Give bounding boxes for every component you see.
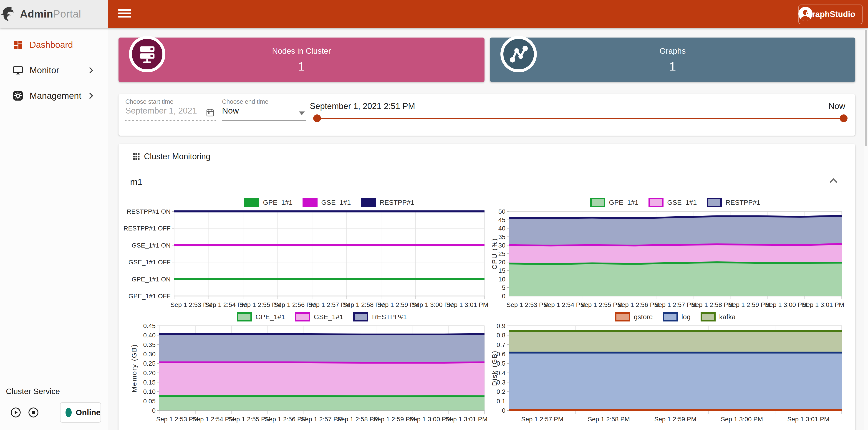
legend-item[interactable]: GSE_1#1 [303, 198, 351, 207]
start-time-label: Choose start time [125, 98, 174, 105]
chart-legend: GPE_1#1GSE_1#1RESTPP#1 [509, 197, 842, 208]
svg-text:GPE_1#1 OFF: GPE_1#1 OFF [128, 293, 170, 300]
slider-handle-end[interactable] [840, 115, 847, 122]
chart-legend: GPE_1#1GSE_1#1RESTPP#1 [159, 311, 485, 322]
chevron-right-icon [87, 91, 95, 100]
svg-text:0.40: 0.40 [143, 332, 156, 339]
svg-text:0: 0 [502, 407, 505, 414]
legend-item[interactable]: GSE_1#1 [295, 312, 343, 321]
svg-text:0.05: 0.05 [143, 398, 156, 405]
legend-swatch [361, 198, 376, 207]
svg-text:Sep 1 2:56 PM: Sep 1 2:56 PM [617, 301, 659, 308]
legend-item[interactable]: RESTPP#1 [353, 312, 407, 321]
svg-text:Sep 1 2:59 PM: Sep 1 2:59 PM [373, 416, 415, 423]
legend-swatch [353, 312, 368, 321]
collapse-chevron-up-icon[interactable] [828, 175, 839, 187]
svg-text:Sep 1 2:59 PM: Sep 1 2:59 PM [654, 416, 696, 423]
graphstudio-button[interactable]: GraphStudio [798, 5, 863, 24]
end-field-underline [222, 120, 306, 121]
sidebar: Dashboard Monitor [0, 28, 108, 430]
scrollbar-thumb[interactable] [865, 30, 867, 146]
svg-text:0.2: 0.2 [497, 388, 505, 395]
sidebar-item-management[interactable]: Management [0, 85, 108, 106]
svg-text:0: 0 [152, 407, 156, 414]
svg-text:0.15: 0.15 [143, 379, 156, 386]
legend-swatch [649, 198, 663, 207]
legend-item[interactable]: GSE_1#1 [649, 198, 697, 207]
svg-text:0.1: 0.1 [497, 398, 505, 405]
legend-label: GPE_1#1 [609, 198, 639, 206]
end-time-select[interactable]: Now [222, 106, 239, 116]
svg-text:0.35: 0.35 [143, 341, 156, 348]
monitor-icon [13, 65, 23, 75]
svg-text:0.25: 0.25 [143, 360, 156, 367]
svg-text:Sep 1 3:00 PM: Sep 1 3:00 PM [409, 416, 451, 423]
legend-label: GSE_1#1 [314, 313, 343, 321]
svg-text:RESTPP#1 OFF: RESTPP#1 OFF [124, 225, 170, 232]
svg-text:Sep 1 2:57 PM: Sep 1 2:57 PM [521, 416, 563, 423]
svg-text:Sep 1 2:58 PM: Sep 1 2:58 PM [691, 301, 733, 308]
legend-swatch [707, 198, 722, 207]
svg-text:0: 0 [502, 293, 505, 300]
legend-label: GPE_1#1 [255, 313, 285, 321]
legend-item[interactable]: log [663, 312, 690, 321]
legend-item[interactable]: RESTPP#1 [707, 198, 760, 207]
cpu-chart: GPE_1#1GSE_1#1RESTPP#1504540353025201510… [491, 197, 864, 313]
menu-icon[interactable] [118, 9, 131, 19]
card-title: Graphs [660, 47, 686, 56]
dashboard-icon [13, 39, 23, 50]
time-range-slider[interactable] [315, 118, 845, 119]
stop-service-button[interactable] [28, 407, 39, 418]
svg-text:GSE_1#1 ON: GSE_1#1 ON [132, 242, 170, 249]
svg-text:45: 45 [498, 216, 505, 223]
node-name-label: m1 [130, 177, 143, 187]
legend-item[interactable]: GPE_1#1 [244, 198, 292, 207]
server-stack-icon [137, 44, 157, 64]
disk-chart: gstorelogkafka0.90.80.70.60.50.40.30.20.… [491, 311, 864, 428]
svg-text:Sep 1 2:59 PM: Sep 1 2:59 PM [728, 301, 770, 308]
sidebar-item-monitor[interactable]: Monitor [0, 60, 108, 81]
start-service-button[interactable] [10, 407, 21, 418]
card-value: 1 [669, 59, 676, 73]
sidebar-item-dashboard[interactable]: Dashboard [0, 34, 108, 55]
calendar-icon[interactable] [206, 108, 215, 118]
graphs-badge [500, 36, 537, 72]
top-app-bar: AdminPortal GraphStudio [0, 0, 868, 28]
svg-text:0.9: 0.9 [497, 324, 505, 330]
svg-text:GSE_1#1 OFF: GSE_1#1 OFF [128, 259, 170, 266]
svg-text:5: 5 [502, 284, 505, 291]
legend-label: RESTPP#1 [725, 198, 760, 206]
svg-text:0.10: 0.10 [143, 388, 156, 395]
svg-text:10: 10 [498, 276, 505, 283]
legend-item[interactable]: gstore [615, 312, 653, 321]
svg-text:0.30: 0.30 [143, 350, 156, 358]
legend-item[interactable]: GPE_1#1 [590, 198, 639, 207]
svg-text:CPU (%): CPU (%) [491, 238, 498, 269]
chart-legend: gstorelogkafka [509, 311, 842, 322]
svg-text:Sep 1 2:54 PM: Sep 1 2:54 PM [192, 416, 235, 423]
legend-item[interactable]: RESTPP#1 [361, 198, 414, 207]
legend-label: log [681, 313, 690, 321]
graph-nodes-icon [509, 44, 528, 64]
cluster-monitoring-header: Cluster Monitoring [119, 144, 855, 169]
svg-text:0.7: 0.7 [497, 341, 505, 348]
svg-text:GPE_1#1 ON: GPE_1#1 ON [132, 276, 170, 283]
legend-item[interactable]: kafka [701, 312, 736, 321]
svg-text:Sep 1 2:57 PM: Sep 1 2:57 PM [301, 416, 343, 423]
chevron-down-icon[interactable] [299, 112, 305, 115]
legend-item[interactable]: GPE_1#1 [237, 312, 285, 321]
start-time-input[interactable]: September 1, 2021 [125, 106, 197, 116]
vertical-scrollbar[interactable] [864, 28, 868, 430]
grid-icon [131, 152, 141, 162]
legend-label: GSE_1#1 [321, 198, 351, 206]
svg-text:Disk (GB): Disk (GB) [491, 350, 498, 386]
slider-start-label: September 1, 2021 2:51 PM [310, 101, 415, 111]
svg-text:35: 35 [498, 234, 505, 241]
slider-handle-start[interactable] [313, 115, 321, 122]
svg-text:20: 20 [498, 259, 505, 266]
svg-text:Sep 1 3:01 PM: Sep 1 3:01 PM [446, 301, 488, 308]
tiger-logo-icon [0, 6, 16, 22]
svg-text:0.8: 0.8 [497, 332, 505, 339]
svg-text:50: 50 [498, 210, 505, 215]
svg-text:Sep 1 3:01 PM: Sep 1 3:01 PM [787, 416, 829, 423]
